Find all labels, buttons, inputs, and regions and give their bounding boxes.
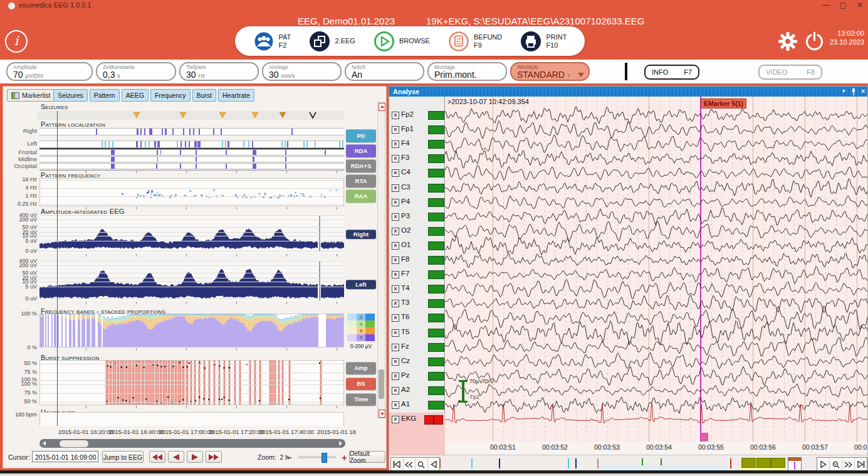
channel-checkbox[interactable]: X <box>392 112 399 119</box>
channel-checkbox[interactable]: X <box>392 344 399 351</box>
fast-rewind-button[interactable] <box>149 451 165 463</box>
vertical-scrollbar[interactable] <box>377 102 385 418</box>
tab-seizures[interactable]: Seizures <box>53 89 88 102</box>
close-button[interactable]: ✕ <box>857 0 863 10</box>
pat-button[interactable]: PATF2 <box>253 31 291 52</box>
channel-red-indicator[interactable] <box>434 415 443 425</box>
pattern-button-rta[interactable]: RTA <box>346 174 376 188</box>
setting-anzeige[interactable]: Anzeige 30 mm/s <box>262 62 342 81</box>
zoom-slider[interactable] <box>298 456 337 458</box>
channel-quality-indicator[interactable] <box>428 357 444 366</box>
step-back-button[interactable] <box>168 451 184 463</box>
print-button[interactable]: PRINTF10 <box>520 31 567 52</box>
mode-button-amp[interactable]: Amp <box>346 362 376 374</box>
tab-burst[interactable]: Burst <box>192 89 217 102</box>
second-eeg-button[interactable]: 2.EEG <box>309 31 355 52</box>
zoom-out-glass-button[interactable] <box>416 458 428 471</box>
eeg-trace-area[interactable]: >2023-10-07 10:42:09.354 EMarker 5(1) 70… <box>445 97 868 442</box>
channel-red-indicator[interactable] <box>424 415 434 425</box>
channel-quality-indicator[interactable] <box>428 125 444 134</box>
channel-checkbox[interactable]: X <box>392 401 399 409</box>
jump-to-eeg-button[interactable]: Jump to EEG <box>102 451 144 463</box>
pin-icon[interactable] <box>851 88 856 95</box>
channel-quality-indicator[interactable] <box>428 198 444 207</box>
scroll-down-button[interactable] <box>379 410 385 418</box>
channel-quality-indicator[interactable] <box>428 140 444 149</box>
cursor-input[interactable]: 2015-01-01 16:09:00 <box>32 451 98 462</box>
channel-checkbox[interactable]: X <box>392 300 399 307</box>
info-icon[interactable]: i <box>5 30 28 53</box>
channel-checkbox[interactable]: X <box>392 416 399 423</box>
channel-checkbox[interactable]: X <box>392 271 399 278</box>
analyse-titlebar[interactable]: Analyse <box>389 87 867 97</box>
channel-quality-indicator[interactable] <box>428 169 444 177</box>
tab-frequency[interactable]: Frequency <box>150 89 191 102</box>
channel-quality-indicator[interactable] <box>428 241 444 250</box>
info-f7-button[interactable]: INFOF7 <box>644 65 699 80</box>
channel-quality-indicator[interactable] <box>428 256 444 265</box>
setting-winstyle[interactable]: WinStyle STANDARD 7 <box>510 62 590 81</box>
channel-quality-indicator[interactable] <box>428 285 444 294</box>
scroll-right-icon[interactable] <box>339 441 342 446</box>
panel-dropdown-icon[interactable]: ▼ <box>841 87 846 97</box>
channel-quality-indicator[interactable] <box>428 401 444 410</box>
tab-aeeg[interactable]: AEEG <box>122 89 149 102</box>
cursor-line[interactable] <box>57 111 58 426</box>
channel-quality-indicator[interactable] <box>428 329 444 337</box>
setting-notch[interactable]: Notch An <box>345 62 424 81</box>
channel-quality-indicator[interactable] <box>428 154 444 163</box>
channel-checkbox[interactable]: X <box>392 213 399 221</box>
minimize-button[interactable]: — <box>822 0 830 10</box>
channel-checkbox[interactable]: X <box>392 358 399 366</box>
aeeg-left-button[interactable]: Left <box>346 280 376 289</box>
video-f8-button[interactable]: VIDEOF8 <box>758 65 822 80</box>
channel-quality-indicator[interactable] <box>428 343 444 352</box>
channel-quality-indicator[interactable] <box>428 314 444 322</box>
channel-checkbox[interactable]: X <box>392 285 399 293</box>
channel-checkbox[interactable]: X <box>392 329 399 337</box>
zoom-in-button[interactable]: + <box>342 452 347 463</box>
channel-quality-indicator[interactable] <box>428 372 444 381</box>
channel-quality-indicator[interactable] <box>428 213 444 221</box>
montage-table-icon[interactable] <box>788 457 802 471</box>
channel-checkbox[interactable]: X <box>392 314 399 322</box>
tab-heartrate[interactable]: Heartrate <box>218 89 254 102</box>
channel-quality-indicator[interactable] <box>428 227 444 236</box>
channel-checkbox[interactable]: X <box>392 155 399 162</box>
channel-checkbox[interactable]: X <box>392 126 399 134</box>
winstyle-dropdown-icon[interactable] <box>578 73 584 77</box>
channel-checkbox[interactable]: X <box>392 169 399 177</box>
markerlist-button[interactable]: Markerlist <box>7 89 55 102</box>
channel-quality-indicator[interactable] <box>428 299 444 308</box>
scroll-thumb[interactable] <box>379 369 384 399</box>
step-forward-button[interactable] <box>187 451 203 463</box>
fast-forward-button[interactable] <box>206 451 222 463</box>
channel-quality-indicator[interactable] <box>428 386 444 395</box>
fast-forward-button-right[interactable] <box>842 458 855 471</box>
page-forward-button[interactable] <box>817 458 830 471</box>
pattern-button-pd[interactable]: PD <box>346 129 376 142</box>
tab-pattern[interactable]: Pattern <box>90 89 120 102</box>
mode-button-bs[interactable]: BS <box>346 378 376 390</box>
hypnogram-strip[interactable] <box>741 457 785 471</box>
setting-amplitude[interactable]: Amplitude 70 µV/DIV <box>6 62 93 81</box>
zoom-in-glass-button[interactable] <box>830 458 842 471</box>
channel-checkbox[interactable]: X <box>392 199 399 206</box>
skip-end-button[interactable] <box>855 458 867 471</box>
panel-close-icon[interactable]: × <box>861 87 865 97</box>
pattern-button-raa[interactable]: RAA <box>346 189 376 203</box>
power-icon[interactable] <box>804 31 825 51</box>
pattern-button-rda[interactable]: RDA <box>346 144 376 157</box>
befund-button[interactable]: BEFUNDF9 <box>448 31 502 52</box>
horizontal-scrollbar[interactable] <box>39 439 345 448</box>
zoom-out-button[interactable]: − <box>286 452 292 463</box>
channel-quality-indicator[interactable] <box>428 270 444 279</box>
settings-gear-icon[interactable] <box>778 31 798 51</box>
default-zoom-button[interactable]: Default Zoom <box>349 451 385 463</box>
maximize-button[interactable]: ▢ <box>840 0 847 10</box>
setting-zeitkonstante[interactable]: Zeitkonstante 0,3 s <box>96 62 176 81</box>
pattern-button-rda-s[interactable]: RDA+S <box>346 159 376 172</box>
scroll-left-icon[interactable] <box>43 441 46 446</box>
aeeg-right-button[interactable]: Right <box>346 230 376 239</box>
hscroll-thumb[interactable] <box>60 440 88 447</box>
